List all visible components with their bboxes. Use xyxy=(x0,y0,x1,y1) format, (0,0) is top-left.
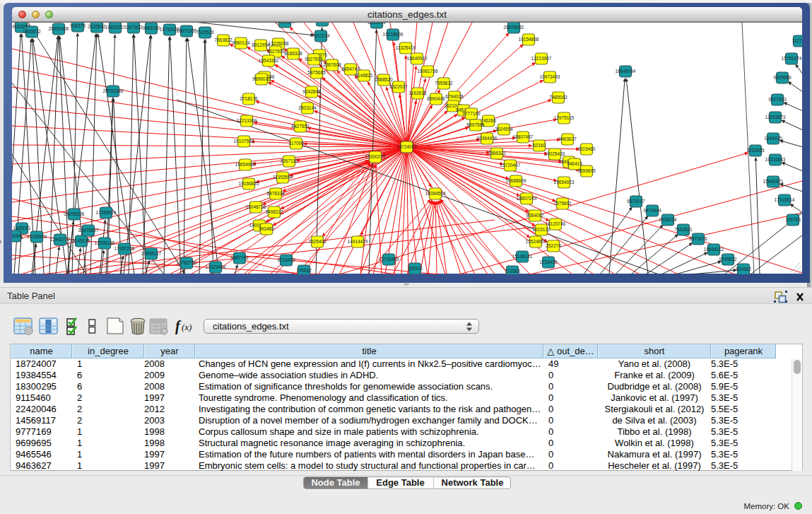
svg-text:6794028: 6794028 xyxy=(445,94,464,99)
svg-text:173583: 173583 xyxy=(505,269,520,274)
svg-text:10688609: 10688609 xyxy=(506,178,526,183)
svg-text:8427552: 8427552 xyxy=(291,124,310,129)
svg-text:1405572: 1405572 xyxy=(23,29,41,34)
svg-text:317006: 317006 xyxy=(288,141,304,146)
svg-text:1244415: 1244415 xyxy=(764,136,782,141)
svg-text:8454749: 8454749 xyxy=(341,66,360,71)
svg-text:16782759: 16782759 xyxy=(177,260,197,265)
svg-text:8186328: 8186328 xyxy=(284,51,302,56)
svg-text:9115460: 9115460 xyxy=(578,146,596,151)
svg-text:252274: 252274 xyxy=(546,243,561,248)
svg-text:15751074: 15751074 xyxy=(782,56,802,61)
svg-text:8471676: 8471676 xyxy=(689,236,707,241)
svg-text:159326: 159326 xyxy=(407,266,423,271)
svg-text:12505135: 12505135 xyxy=(95,240,115,245)
svg-text:15692971: 15692971 xyxy=(763,179,784,184)
svg-text:9699695: 9699695 xyxy=(577,168,596,173)
svg-text:12093873: 12093873 xyxy=(765,115,786,119)
svg-text:9896012: 9896012 xyxy=(252,76,271,81)
svg-text:12213967: 12213967 xyxy=(531,56,552,61)
svg-text:10671355: 10671355 xyxy=(177,28,197,33)
svg-text:9466160: 9466160 xyxy=(142,25,160,30)
svg-text:7575692: 7575692 xyxy=(553,201,572,206)
svg-text:111773: 111773 xyxy=(792,38,802,43)
svg-text:5878334: 5878334 xyxy=(266,191,285,196)
svg-text:10025433: 10025433 xyxy=(545,151,565,156)
svg-text:993489: 993489 xyxy=(259,226,274,231)
svg-text:16543382: 16543382 xyxy=(259,58,279,63)
svg-text:20691406: 20691406 xyxy=(49,26,69,31)
svg-text:1615132: 1615132 xyxy=(532,227,551,232)
svg-text:12213369: 12213369 xyxy=(237,118,257,123)
svg-text:175832: 175832 xyxy=(296,268,312,273)
svg-text:20206536: 20206536 xyxy=(64,211,85,216)
svg-text:126753: 126753 xyxy=(785,217,801,222)
svg-text:916375: 916375 xyxy=(70,23,86,28)
svg-text:19654985: 19654985 xyxy=(235,162,256,167)
svg-text:8322037: 8322037 xyxy=(389,84,408,89)
svg-text:13524851: 13524851 xyxy=(526,239,546,244)
svg-text:15136141: 15136141 xyxy=(512,254,533,259)
svg-text:8990448: 8990448 xyxy=(427,96,445,101)
svg-text:1162615: 1162615 xyxy=(409,90,427,95)
svg-text:8813054: 8813054 xyxy=(367,23,386,25)
svg-text:9327509: 9327509 xyxy=(266,49,285,54)
svg-text:19654923: 19654923 xyxy=(554,180,575,185)
svg-text:10654112: 10654112 xyxy=(704,247,724,252)
svg-text:20364436: 20364436 xyxy=(477,136,498,141)
svg-text:9327508: 9327508 xyxy=(305,57,323,62)
svg-text:7485063: 7485063 xyxy=(549,95,567,100)
svg-text:11156829: 11156829 xyxy=(27,234,47,239)
svg-text:9227343: 9227343 xyxy=(768,97,787,102)
svg-text:19166825: 19166825 xyxy=(239,181,259,186)
svg-text:2803144: 2803144 xyxy=(298,105,317,110)
svg-text:9329966: 9329966 xyxy=(773,75,792,80)
svg-text:7886322: 7886322 xyxy=(488,151,506,156)
svg-text:9777169: 9777169 xyxy=(462,111,481,116)
svg-text:18807249: 18807249 xyxy=(517,196,537,201)
svg-text:33975867: 33975867 xyxy=(78,228,99,233)
svg-text:19218506: 19218506 xyxy=(383,32,404,37)
svg-text:20053346: 20053346 xyxy=(103,88,124,93)
svg-text:16648784: 16648784 xyxy=(616,69,636,74)
svg-text:16961758: 16961758 xyxy=(418,69,438,74)
svg-text:10107553: 10107553 xyxy=(234,139,254,144)
svg-text:1588520: 1588520 xyxy=(375,77,393,82)
svg-text:17323468: 17323468 xyxy=(206,264,226,269)
svg-text:10210643: 10210643 xyxy=(765,157,786,162)
svg-text:19384554: 19384554 xyxy=(425,191,446,196)
svg-text:924562: 924562 xyxy=(736,267,751,271)
svg-text:9245652: 9245652 xyxy=(719,257,737,262)
svg-text:2125542: 2125542 xyxy=(88,24,106,29)
svg-text:2718176: 2718176 xyxy=(240,96,258,101)
svg-text:12975115: 12975115 xyxy=(554,115,575,120)
svg-text:1527602: 1527602 xyxy=(124,25,143,30)
svg-text:9146821: 9146821 xyxy=(355,73,373,78)
svg-text:18640910: 18640910 xyxy=(407,56,428,61)
svg-text:7515526: 7515526 xyxy=(196,30,214,35)
svg-text:15300275: 15300275 xyxy=(365,154,386,159)
svg-text:9084067: 9084067 xyxy=(526,213,544,218)
svg-text:15720407: 15720407 xyxy=(500,163,521,168)
svg-text:946414: 946414 xyxy=(567,161,582,166)
svg-text:2367608: 2367608 xyxy=(323,62,341,67)
svg-text:9474444: 9474444 xyxy=(643,208,661,213)
svg-text:16046736: 16046736 xyxy=(246,204,266,209)
svg-text:9463627: 9463627 xyxy=(558,136,577,141)
svg-text:11353594: 11353594 xyxy=(273,175,293,180)
svg-text:3624554: 3624554 xyxy=(495,127,513,132)
svg-text:39154: 39154 xyxy=(12,233,21,238)
svg-text:16120746: 16120746 xyxy=(546,221,566,226)
svg-text:7955812: 7955812 xyxy=(435,81,453,86)
svg-text:7357224: 7357224 xyxy=(312,33,330,38)
svg-text:8912954: 8912954 xyxy=(252,42,270,47)
svg-text:5875685: 5875685 xyxy=(307,70,326,75)
svg-text:3498222: 3498222 xyxy=(265,209,283,214)
svg-text:14914479: 14914479 xyxy=(348,239,368,244)
svg-text:17359924: 17359924 xyxy=(96,210,117,215)
svg-text:11325419: 11325419 xyxy=(396,45,416,50)
svg-text:10807487: 10807487 xyxy=(513,134,534,139)
svg-text:7632621: 7632621 xyxy=(674,227,693,232)
svg-text:7663822: 7663822 xyxy=(214,37,233,42)
svg-text:7625402: 7625402 xyxy=(308,239,326,244)
